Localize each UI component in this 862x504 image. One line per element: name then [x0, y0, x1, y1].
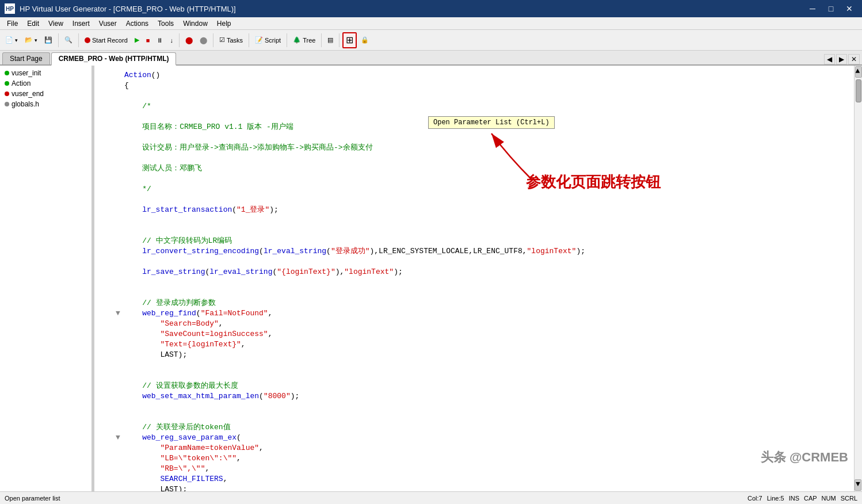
code-line: [94, 288, 862, 298]
menu-tools[interactable]: Tools: [153, 17, 178, 30]
step-button[interactable]: ↓: [167, 32, 176, 48]
code-line: "Text={loginText}",: [94, 339, 862, 350]
save-button[interactable]: 💾: [41, 32, 55, 48]
new-button[interactable]: 📄 ▾: [2, 32, 21, 48]
pause-icon: ⏸: [157, 37, 163, 44]
app-icon: HP: [5, 3, 15, 14]
tab-start-page[interactable]: Start Page: [2, 52, 50, 64]
tab-nav-buttons: ◀ ▶ ✕: [824, 54, 860, 64]
find-icon: 🔍: [64, 36, 73, 44]
pause-button[interactable]: ⏸: [154, 32, 166, 48]
code-line: [94, 91, 862, 101]
code-line: */: [94, 184, 862, 194]
tab-close-button[interactable]: ✕: [848, 54, 860, 64]
minimize-button[interactable]: ─: [804, 3, 821, 14]
tree-item-vuser-end[interactable]: vuser_end: [2, 89, 89, 99]
tab-next-button[interactable]: ▶: [836, 54, 847, 64]
tasks-icon: ☑: [219, 36, 225, 44]
dropdown-icon: ▾: [15, 37, 18, 43]
stop-icon: ■: [146, 37, 150, 44]
scroll-thumb[interactable]: [856, 79, 861, 102]
param-list-button[interactable]: ⊞: [342, 32, 357, 48]
code-line: [94, 174, 862, 184]
window-controls: ─ □ ✕: [804, 3, 857, 14]
tasks-button[interactable]: ☑ Tasks: [216, 32, 246, 48]
code-line: // 登录成功判断参数: [94, 298, 862, 308]
maximize-button[interactable]: □: [823, 3, 839, 14]
code-line: "Search=Body",: [94, 319, 862, 329]
separator-8: [339, 33, 340, 47]
window-title: HP Virtual User Generator - [CRMEB_PRO -…: [20, 5, 800, 13]
menu-edit[interactable]: Edit: [22, 17, 44, 30]
code-line: [94, 112, 862, 122]
code-line: // 设置获取参数的最大长度: [94, 381, 862, 391]
status-dot-globals: [5, 102, 9, 106]
code-line: "RB=\",\"",: [94, 464, 862, 474]
code-line: [94, 153, 862, 163]
tree-item-globals[interactable]: globals.h: [2, 99, 89, 109]
toolbar: 📄 ▾ 📂 ▾ 💾 🔍 Start Record ▶ ■ ⏸ ↓ ⬤ ⬤ ☑ T…: [0, 30, 862, 51]
tab-crmeb[interactable]: CRMEB_PRO - Web (HTTP/HTML): [51, 52, 177, 66]
code-line: "SaveCount=loginSuccess",: [94, 329, 862, 339]
script-button[interactable]: 📝 Script: [252, 32, 284, 48]
code-line: [94, 132, 862, 143]
view2-icon: ▤: [327, 36, 333, 44]
code-line: [94, 371, 862, 381]
menu-window[interactable]: Window: [178, 17, 212, 30]
open-button[interactable]: 📂 ▾: [22, 32, 40, 48]
tree-icon: 🌲: [293, 36, 301, 44]
new-icon: 📄: [5, 36, 13, 44]
menu-file[interactable]: File: [2, 17, 22, 30]
menu-view[interactable]: View: [44, 17, 68, 30]
status-left: Open parameter list: [5, 495, 60, 502]
menu-bar: File Edit View Insert Vuser Actions Tool…: [0, 17, 862, 30]
code-line: web_set_max_html_param_len("8000");: [94, 391, 862, 402]
script-label: Script: [265, 37, 281, 44]
main-content: vuser_init Action vuser_end globals.h Op…: [0, 66, 862, 491]
scrollbar-right[interactable]: ▲ ▼: [854, 66, 862, 491]
menu-insert[interactable]: Insert: [68, 17, 94, 30]
find-button[interactable]: 🔍: [62, 32, 75, 48]
view-btn2[interactable]: ▤: [325, 32, 336, 48]
code-line: Action(): [94, 70, 862, 81]
status-message: Open parameter list: [5, 495, 60, 502]
code-line: lr_save_string(lr_eval_string("{loginTex…: [94, 267, 862, 277]
code-editor[interactable]: Open Parameter List (Ctrl+L) 参数化页面跳转按钮 A…: [94, 66, 862, 491]
tree-item-label-end: vuser_end: [12, 90, 44, 98]
code-line: lr_start_transaction("1_登录");: [94, 205, 862, 215]
run-button[interactable]: ▶: [132, 32, 142, 48]
tree-item-label-init: vuser_init: [12, 69, 41, 77]
title-bar: HP HP Virtual User Generator - [CRMEB_PR…: [0, 0, 862, 17]
tab-prev-button[interactable]: ◀: [824, 54, 835, 64]
run-icon: ▶: [135, 36, 139, 44]
status-right: Col:7 Line:5 INS CAP NUM SCRL: [747, 495, 857, 502]
bp-button[interactable]: ⬤: [182, 32, 196, 48]
dropdown-icon2: ▾: [35, 37, 37, 43]
code-line: 测试人员：邓鹏飞: [94, 163, 862, 174]
status-line: Line:5: [767, 495, 784, 502]
tree-item-vuser-init[interactable]: vuser_init: [2, 68, 89, 78]
tree-button[interactable]: 🌲 Tree: [290, 32, 318, 48]
code-line: 项目名称：CRMEB_PRO v1.1 版本 -用户端: [94, 122, 862, 132]
start-record-button[interactable]: Start Record: [82, 32, 131, 48]
tree-item-action[interactable]: Action: [2, 78, 89, 89]
scroll-down-button[interactable]: ▼: [855, 479, 861, 491]
code-line: "ParamName=tokenValue",: [94, 443, 862, 453]
bp2-button[interactable]: ⬤: [197, 32, 210, 48]
separator-3: [179, 33, 180, 47]
save-param-button[interactable]: 🔒: [358, 32, 372, 48]
separator-4: [213, 33, 213, 47]
stop-button[interactable]: ■: [143, 32, 153, 48]
menu-help[interactable]: Help: [212, 17, 236, 30]
save-icon: 💾: [44, 36, 52, 44]
tasks-label: Tasks: [227, 37, 243, 44]
close-button[interactable]: ✕: [841, 3, 857, 14]
menu-actions[interactable]: Actions: [121, 17, 153, 30]
tab-crmeb-label: CRMEB_PRO - Web (HTTP/HTML): [59, 55, 169, 63]
scroll-up-button[interactable]: ▲: [855, 66, 862, 78]
code-line: LAST);: [94, 350, 862, 360]
code-line: ▼ web_reg_find("Fail=NotFound",: [94, 308, 862, 319]
param-list-icon: ⊞: [346, 35, 353, 45]
menu-vuser[interactable]: Vuser: [94, 17, 121, 30]
script-icon: 📝: [255, 36, 263, 44]
